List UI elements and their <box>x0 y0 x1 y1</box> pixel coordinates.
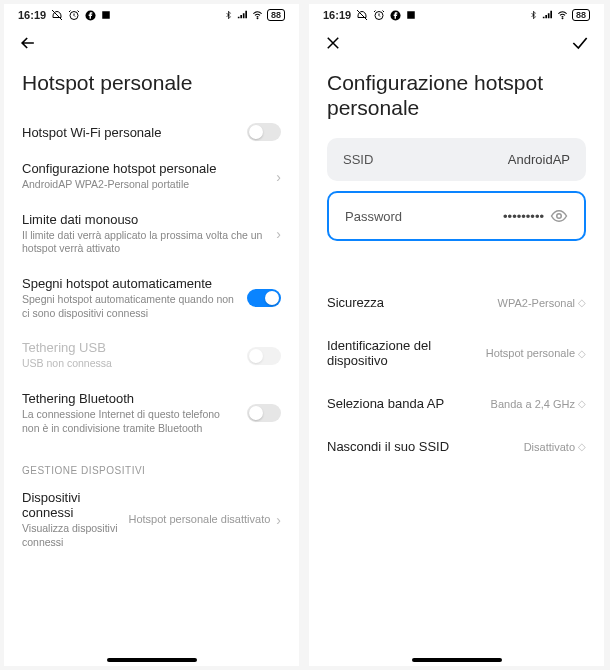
row-usb-tethering: Tethering USB USB non connessa <box>22 330 281 381</box>
connected-sub: Visualizza dispositivi connessi <box>22 522 118 549</box>
ssid-field[interactable]: SSID AndroidAP <box>327 138 586 181</box>
row-ap-band[interactable]: Seleziona banda AP Banda a 2,4 GHz◇ <box>327 382 586 425</box>
battery-indicator: 88 <box>572 9 590 21</box>
limit-label: Limite dati monouso <box>22 212 266 227</box>
facebook-icon <box>390 10 401 21</box>
autooff-sub: Spegni hotspot automaticamente quando no… <box>22 293 237 320</box>
updown-icon: ◇ <box>578 441 586 452</box>
deviceid-label: Identificazione del dispositivo <box>327 338 467 368</box>
page-title: Configurazione hotspot personale <box>327 70 586 120</box>
row-auto-off[interactable]: Spegni hotspot automaticamente Spegni ho… <box>22 266 281 330</box>
ssid-label: SSID <box>343 152 373 167</box>
auto-off-toggle[interactable] <box>247 289 281 307</box>
updown-icon: ◇ <box>578 348 586 359</box>
connected-label: Dispositivi connessi <box>22 490 118 520</box>
config-label: Configurazione hotspot personale <box>22 161 266 176</box>
autooff-label: Spegni hotspot automaticamente <box>22 276 237 291</box>
svg-point-8 <box>557 214 562 219</box>
wifi-hotspot-toggle[interactable] <box>247 123 281 141</box>
security-value: WPA2-Personal <box>498 297 575 309</box>
svg-rect-2 <box>102 11 110 19</box>
status-bar: 16:19 88 <box>4 4 299 26</box>
password-label: Password <box>345 209 402 224</box>
svg-point-7 <box>562 18 563 19</box>
header <box>309 26 604 60</box>
content-left: Hotspot personale Hotspot Wi-Fi personal… <box>4 60 299 666</box>
bluetooth-icon <box>529 9 538 21</box>
back-button[interactable] <box>18 33 38 53</box>
eye-icon[interactable] <box>550 207 568 225</box>
svg-rect-6 <box>407 11 415 19</box>
facebook-icon <box>85 10 96 21</box>
row-device-id[interactable]: Identificazione del dispositivo Hotspot … <box>327 324 586 382</box>
usb-sub: USB non connessa <box>22 357 237 371</box>
signal-icon <box>236 10 248 20</box>
chevron-right-icon: › <box>276 512 281 528</box>
svg-point-3 <box>257 18 258 19</box>
hide-value: Disattivato <box>524 441 575 453</box>
mute-icon <box>356 9 368 21</box>
phone-right: 16:19 88 Configurazione hotspot personal… <box>309 4 604 666</box>
config-sub: AndroidAP WPA2-Personal portatile <box>22 178 266 192</box>
wifi-hotspot-label: Hotspot Wi-Fi personale <box>22 125 237 140</box>
page-title: Hotspot personale <box>22 70 281 95</box>
row-hide-ssid[interactable]: Nascondi il suo SSID Disattivato◇ <box>327 425 586 468</box>
stop-icon <box>101 10 111 20</box>
clock: 16:19 <box>323 9 351 21</box>
home-indicator[interactable] <box>412 658 502 662</box>
row-connected-devices[interactable]: Dispositivi connessi Visualizza disposit… <box>22 480 281 559</box>
signal-icon <box>541 10 553 20</box>
wifi-icon <box>251 10 264 20</box>
usb-label: Tethering USB <box>22 340 237 355</box>
row-wifi-hotspot[interactable]: Hotspot Wi-Fi personale <box>22 113 281 151</box>
check-icon <box>570 33 590 53</box>
clock: 16:19 <box>18 9 46 21</box>
close-button[interactable] <box>323 33 343 53</box>
ssid-value: AndroidAP <box>508 152 570 167</box>
password-field[interactable]: Password ••••••••• <box>327 191 586 241</box>
row-bt-tethering[interactable]: Tethering Bluetooth La connessione Inter… <box>22 381 281 445</box>
close-icon <box>324 34 342 52</box>
password-value: ••••••••• <box>503 209 544 224</box>
usb-toggle <box>247 347 281 365</box>
mute-icon <box>51 9 63 21</box>
battery-indicator: 88 <box>267 9 285 21</box>
hide-label: Nascondi il suo SSID <box>327 439 449 454</box>
content-right: Configurazione hotspot personale SSID An… <box>309 60 604 666</box>
status-bar: 16:19 88 <box>309 4 604 26</box>
chevron-right-icon: › <box>276 169 281 185</box>
alarm-icon <box>68 9 80 21</box>
updown-icon: ◇ <box>578 297 586 308</box>
bt-sub: La connessione Internet di questo telefo… <box>22 408 237 435</box>
row-data-limit[interactable]: Limite dati monouso Il limite dati verrà… <box>22 202 281 266</box>
band-label: Seleziona banda AP <box>327 396 444 411</box>
limit-sub: Il limite dati verrà applicato la prossi… <box>22 229 266 256</box>
phone-left: 16:19 88 Hotspot personale Hotspot Wi-Fi… <box>4 4 299 666</box>
header <box>4 26 299 60</box>
bluetooth-icon <box>224 9 233 21</box>
stop-icon <box>406 10 416 20</box>
home-indicator[interactable] <box>107 658 197 662</box>
chevron-right-icon: › <box>276 226 281 242</box>
alarm-icon <box>373 9 385 21</box>
section-device-management: GESTIONE DISPOSITIVI <box>22 465 281 476</box>
row-hotspot-config[interactable]: Configurazione hotspot personale Android… <box>22 151 281 202</box>
connected-value: Hotspot personale disattivato <box>128 513 270 526</box>
arrow-left-icon <box>18 33 38 53</box>
band-value: Banda a 2,4 GHz <box>491 398 575 410</box>
deviceid-value: Hotspot personale <box>486 347 575 359</box>
row-security[interactable]: Sicurezza WPA2-Personal◇ <box>327 281 586 324</box>
updown-icon: ◇ <box>578 398 586 409</box>
bt-toggle[interactable] <box>247 404 281 422</box>
wifi-icon <box>556 10 569 20</box>
bt-label: Tethering Bluetooth <box>22 391 237 406</box>
confirm-button[interactable] <box>570 33 590 53</box>
security-label: Sicurezza <box>327 295 384 310</box>
